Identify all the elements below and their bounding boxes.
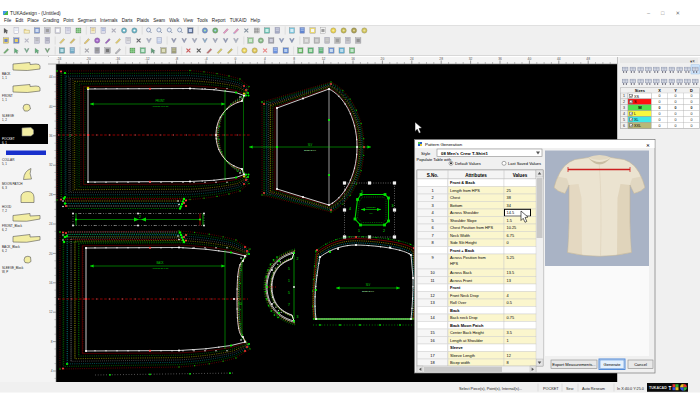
svg-text:W, P: W, P: [2, 270, 8, 274]
svg-text:0: 0: [659, 100, 661, 104]
svg-text:3: 3: [623, 106, 625, 110]
svg-text:-8: -8: [175, 57, 178, 61]
svg-text:2: 2: [139, 215, 141, 219]
svg-text:1: 1: [623, 94, 625, 98]
svg-text:6, 1: 6, 1: [2, 141, 7, 145]
svg-text:12: 12: [49, 310, 53, 314]
svg-text:POCKET: POCKET: [543, 387, 559, 391]
svg-text:5: 5: [623, 118, 625, 122]
svg-text:XXL: XXL: [634, 124, 641, 128]
svg-text:36: 36: [498, 57, 502, 61]
svg-text:0: 0: [675, 112, 677, 116]
svg-text:Select Piece(s), Point(s), Int: Select Piece(s), Point(s), Internal(s)..…: [459, 387, 522, 391]
svg-text:Auto Reseam: Auto Reseam: [582, 387, 605, 391]
svg-text:7: 7: [288, 303, 290, 307]
svg-text:28: 28: [49, 193, 53, 197]
svg-text:Sizes: Sizes: [635, 88, 646, 93]
svg-text:1: 1: [288, 279, 290, 283]
svg-text:10: 10: [238, 302, 242, 306]
svg-text:0: 0: [659, 94, 661, 98]
svg-text:2: 2: [383, 229, 385, 233]
svg-text:BACK: BACK: [156, 261, 163, 265]
svg-text:40: 40: [528, 57, 532, 61]
svg-text:28: 28: [439, 57, 443, 61]
svg-text:XS: XS: [634, 95, 640, 99]
svg-text:6: 6: [623, 124, 625, 128]
svg-text:POCKET: POCKET: [367, 206, 377, 208]
svg-text:36: 36: [49, 134, 53, 138]
svg-text:4: 4: [623, 112, 625, 116]
svg-text:0: 0: [675, 118, 677, 122]
svg-text:6, 2: 6, 2: [2, 249, 7, 253]
svg-text:20: 20: [49, 252, 53, 256]
svg-text:20: 20: [381, 57, 385, 61]
svg-text:-20: -20: [86, 57, 91, 61]
svg-text:1, 2: 1, 2: [2, 118, 7, 122]
svg-text:8: 8: [51, 340, 53, 344]
svg-text:0: 0: [675, 124, 677, 128]
svg-text:0: 0: [691, 100, 693, 104]
svg-text:FRONT: FRONT: [156, 99, 165, 103]
svg-text:32: 32: [469, 57, 473, 61]
svg-text:TUKACAD: TUKACAD: [649, 386, 667, 390]
svg-text:1, 1: 1, 1: [2, 76, 7, 80]
svg-text:4: 4: [349, 207, 351, 211]
svg-text:0: 0: [659, 124, 661, 128]
svg-text:4: 4: [264, 57, 266, 61]
svg-text:0: 0: [675, 94, 677, 98]
svg-text:SLEEVE 8.0: SLEEVE 8.0: [304, 149, 317, 151]
svg-text:Cancel: Cancel: [634, 362, 647, 367]
svg-text:-4: -4: [205, 57, 208, 61]
svg-text:44: 44: [557, 57, 561, 61]
svg-text:3: 3: [392, 204, 394, 208]
svg-text:44: 44: [49, 75, 53, 79]
svg-text:M: M: [638, 105, 642, 110]
svg-text:SLV: SLV: [366, 283, 371, 287]
svg-text:6, 3: 6, 3: [2, 186, 7, 190]
svg-text:24: 24: [49, 222, 53, 226]
svg-text:0: 0: [691, 112, 693, 116]
svg-text:5: 5: [288, 291, 290, 295]
svg-text:D: D: [690, 88, 693, 93]
svg-text:1: 1: [69, 134, 71, 138]
svg-text:Sew: Sew: [566, 387, 574, 391]
svg-text:5, 1: 5, 1: [2, 162, 7, 166]
svg-text:XL: XL: [634, 118, 639, 122]
svg-text:48: 48: [586, 57, 590, 61]
svg-text:ACROSS FR 5.25: ACROSS FR 5.25: [152, 105, 170, 107]
svg-text:3: 3: [297, 315, 299, 319]
svg-text:8: 8: [293, 57, 295, 61]
svg-text:0: 0: [234, 57, 236, 61]
svg-text:0: 0: [691, 106, 693, 110]
svg-text:0: 0: [659, 118, 661, 122]
svg-text:✕: ✕: [646, 143, 650, 148]
svg-text:ACROSS BK 5.25: ACROSS BK 5.25: [152, 267, 170, 269]
svg-text:SLV: SLV: [308, 143, 313, 147]
svg-text:0: 0: [659, 106, 661, 110]
svg-text:4: 4: [51, 369, 53, 373]
svg-text:0: 0: [675, 106, 677, 110]
svg-text:6, 2: 6, 2: [2, 228, 7, 232]
svg-text:2: 2: [623, 100, 625, 104]
svg-text:5: 5: [288, 267, 290, 271]
svg-text:In X:40.0 Y:25.0: In X:40.0 Y:25.0: [617, 387, 644, 391]
svg-text:X: X: [658, 88, 661, 93]
svg-text:16: 16: [49, 281, 53, 285]
svg-text:-24: -24: [57, 57, 62, 61]
svg-text:0: 0: [659, 112, 661, 116]
svg-text:S: S: [634, 100, 637, 104]
svg-text:0: 0: [675, 100, 677, 104]
svg-text:24: 24: [410, 57, 414, 61]
svg-text:0: 0: [691, 94, 693, 98]
svg-text:5: 5: [361, 190, 363, 194]
svg-text:1, 1: 1, 1: [2, 98, 7, 102]
svg-text:0: 0: [691, 118, 693, 122]
svg-text:16: 16: [351, 57, 355, 61]
svg-text:12: 12: [322, 57, 326, 61]
svg-text:-16: -16: [115, 57, 120, 61]
svg-text:T: T: [669, 386, 672, 391]
svg-text:7, 2: 7, 2: [2, 209, 7, 213]
svg-text:Y: Y: [674, 88, 677, 93]
svg-text:▾×: ▾×: [690, 59, 695, 64]
svg-text:32: 32: [49, 163, 53, 167]
